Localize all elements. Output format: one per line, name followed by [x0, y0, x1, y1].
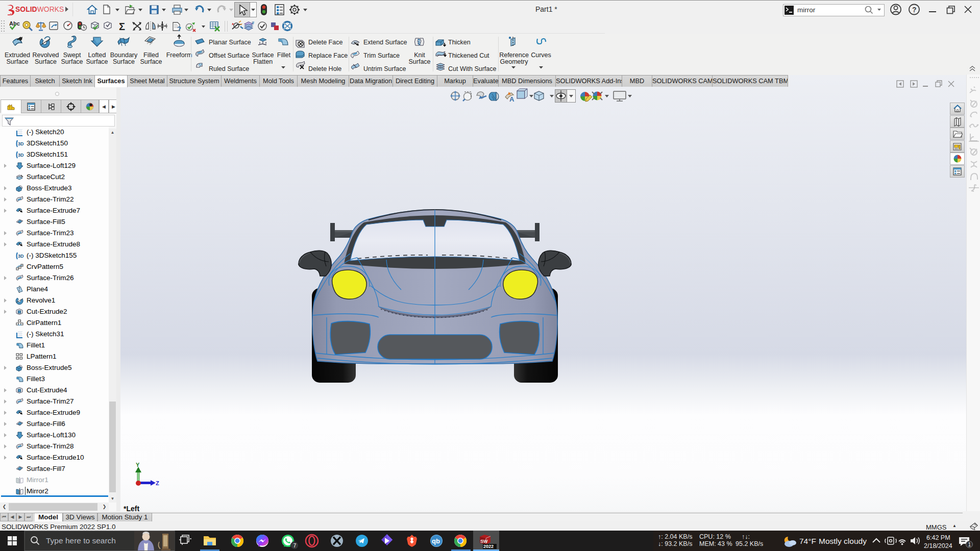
svg-text:↑: 2.04 KB/s: ↑: 2.04 KB/s	[658, 533, 692, 540]
svg-text:#: #	[252, 20, 254, 26]
svg-text:2/18/2024: 2/18/2024	[924, 542, 952, 549]
svg-text:7: 7	[293, 542, 297, 548]
svg-text:*Left: *Left	[124, 505, 139, 511]
svg-text:Σ: Σ	[119, 21, 125, 32]
svg-text:3D: 3D	[18, 153, 24, 158]
svg-text:SW: SW	[480, 539, 488, 544]
svg-text:Mostly cloudy: Mostly cloudy	[819, 537, 867, 545]
svg-text:3D: 3D	[18, 254, 24, 259]
svg-text:Type here to search: Type here to search	[46, 536, 116, 545]
svg-text:?: ?	[177, 25, 181, 33]
svg-text:mirror: mirror	[797, 6, 816, 14]
svg-text:6:42 PM: 6:42 PM	[926, 534, 950, 541]
svg-text:95.2 KB/s: 95.2 KB/s	[736, 540, 763, 547]
svg-text:Y: Y	[136, 462, 140, 468]
svg-text:?: ?	[912, 6, 917, 14]
svg-text:74°F: 74°F	[799, 537, 816, 545]
svg-text:Z: Z	[156, 480, 159, 486]
svg-text:Part1 *: Part1 *	[535, 5, 557, 13]
svg-text:SOLIDWORKS: SOLIDWORKS	[15, 6, 64, 13]
svg-text:MEM: 43 %: MEM: 43 %	[699, 540, 732, 547]
svg-text:2022: 2022	[483, 544, 494, 549]
svg-text:↑↓:: ↑↓:	[742, 533, 750, 540]
svg-text:1: 1	[968, 542, 971, 547]
svg-text:A: A	[509, 95, 514, 103]
svg-text:3D: 3D	[18, 141, 24, 146]
svg-text:CPU: 12 %: CPU: 12 %	[699, 533, 731, 540]
svg-text:qb: qb	[432, 537, 440, 545]
svg-text:↓: 93.2 KB/s: ↓: 93.2 KB/s	[658, 540, 692, 547]
